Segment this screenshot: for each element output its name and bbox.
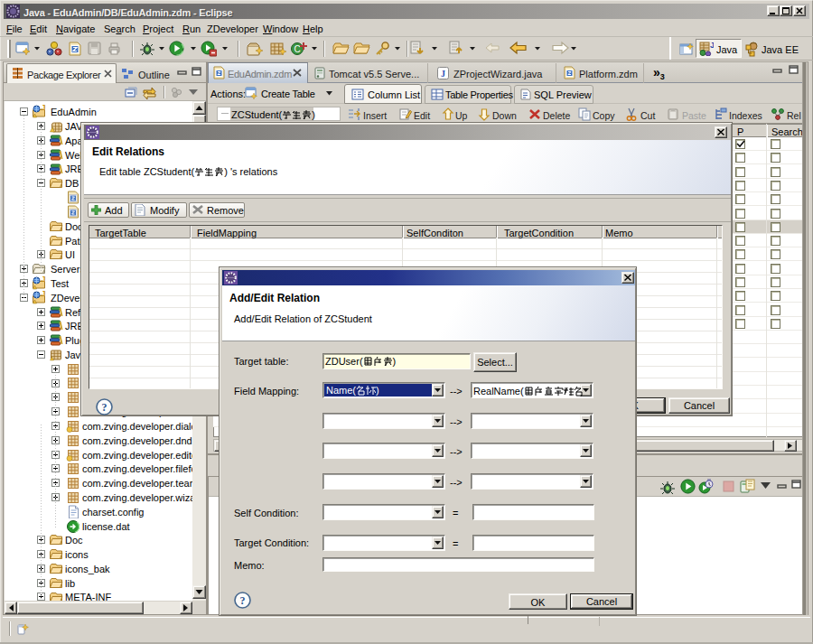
svg-text:J: J (42, 105, 46, 112)
svg-text:?: ? (102, 401, 107, 414)
svg-text:J: J (441, 69, 445, 79)
svg-text:J: J (42, 291, 46, 298)
svg-text:C: C (294, 44, 300, 54)
svg-text:J: J (710, 42, 714, 50)
svg-text:J: J (42, 276, 46, 284)
svg-text:?: ? (240, 594, 246, 607)
